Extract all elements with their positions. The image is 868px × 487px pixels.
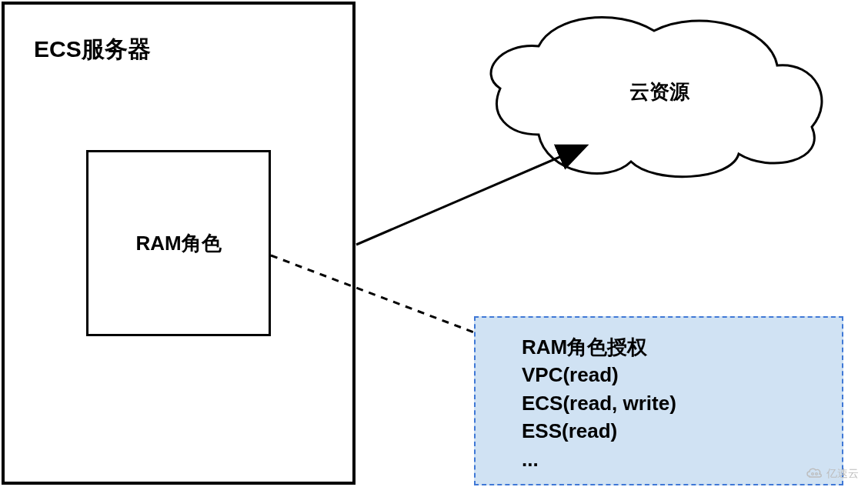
cloud-label: 云资源 (629, 80, 690, 103)
cloud-resource: 云资源 (491, 18, 822, 177)
watermark-text: 亿速云 (826, 467, 859, 481)
diagram-stage: ECS服务器 RAM角色 RAM角色授权 VPC(read) ECS(read,… (0, 0, 868, 487)
watermark: 亿速云 (805, 466, 859, 481)
permissions-entry: ... (522, 445, 811, 473)
permissions-box: RAM角色授权 VPC(read) ECS(read, write) ESS(r… (474, 316, 843, 485)
ecs-server-title: ECS服务器 (34, 34, 151, 65)
permissions-title: RAM角色授权 (522, 333, 811, 361)
permissions-entry: VPC(read) (522, 361, 811, 389)
svg-point-1 (816, 473, 818, 475)
permissions-entry: ESS(read) (522, 417, 811, 445)
arrow-to-cloud (356, 146, 585, 245)
permissions-entry: ECS(read, write) (522, 389, 811, 417)
ram-role-box: RAM角色 (86, 150, 271, 336)
svg-point-0 (812, 473, 814, 475)
ram-role-label: RAM角色 (135, 230, 221, 257)
cloud-icon (805, 466, 823, 481)
